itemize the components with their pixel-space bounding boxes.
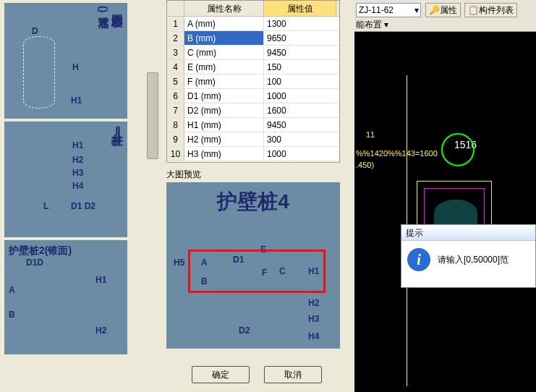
- row-num: 2: [167, 31, 184, 45]
- preview-label: 大图预览: [166, 169, 347, 181]
- thumbnails-scrollbar[interactable]: [146, 0, 159, 354]
- dim-h: H: [72, 62, 79, 72]
- dim-h3: H3: [72, 168, 83, 178]
- table-row[interactable]: 1A (mm)1300: [167, 17, 339, 31]
- col-head-num: [167, 1, 184, 16]
- layout-dropdown[interactable]: 能布置 ▾: [356, 19, 388, 32]
- dim-h2: H2: [308, 298, 319, 308]
- row-value[interactable]: 1000: [264, 89, 336, 103]
- row-name: A (mm): [184, 17, 264, 30]
- row-name: C (mm): [184, 46, 264, 59]
- table-row[interactable]: 6D1 (mm)1000: [167, 89, 339, 103]
- cad-label-11: 11: [366, 130, 375, 139]
- property-button[interactable]: 🔑属性: [425, 3, 461, 17]
- row-name: H3 (mm): [184, 147, 264, 161]
- row-num: 4: [167, 60, 184, 74]
- cad-viewport[interactable]: 11 1516 %%1420%%143=1600 .450) ZM1: [354, 32, 536, 392]
- row-value[interactable]: 9650: [264, 31, 336, 45]
- row-name: B (mm): [184, 31, 264, 45]
- dim-a: A: [9, 285, 15, 295]
- info-icon: i: [407, 248, 430, 271]
- dim-l: L: [43, 201, 48, 211]
- thumb-title: 井桩Ⅱ: [109, 124, 124, 138]
- template-thumbnails: 圆形桩 (球冠底) D H H1 井桩Ⅱ H1 H2 H3 H4 L D1 D2…: [0, 0, 159, 354]
- dim-d1d: D1D: [26, 257, 43, 268]
- table-row[interactable]: 8H1 (mm)9450: [167, 118, 339, 132]
- ok-button[interactable]: 确定: [192, 366, 250, 383]
- preview-title: 护壁桩4: [166, 188, 340, 216]
- table-row[interactable]: 4E (mm)150: [167, 60, 339, 74]
- row-value[interactable]: 1300: [264, 17, 336, 30]
- grid-body: 1A (mm)13002B (mm)96503C (mm)94504E (mm)…: [167, 17, 339, 161]
- row-value[interactable]: 1000: [264, 147, 336, 161]
- dim-h1: H1: [72, 140, 83, 150]
- dim-d1d2: D1 D2: [71, 201, 95, 211]
- row-num: 6: [167, 89, 184, 103]
- right-toolbar: ZJ-11-62 ▾ 🔑属性 📋构件列表 能布置 ▾: [354, 0, 536, 32]
- dim-h1: H1: [71, 95, 82, 106]
- row-value[interactable]: 9450: [264, 118, 336, 132]
- scroll-thumb[interactable]: [147, 72, 158, 159]
- message-dialog: 提示 i 请输入[0,50000]范: [401, 224, 536, 288]
- table-row[interactable]: 10H3 (mm)1000: [167, 147, 339, 161]
- component-list-button[interactable]: 📋构件列表: [464, 3, 517, 17]
- dim-h2: H2: [72, 155, 83, 165]
- row-value[interactable]: 1600: [264, 103, 336, 117]
- row-value[interactable]: 300: [264, 132, 336, 146]
- dim-b: B: [9, 310, 15, 320]
- cad-label-450: .450): [356, 161, 374, 169]
- thumb-subtitle: (球冠底): [97, 6, 110, 12]
- dialog-message: 请输入[0,50000]范: [438, 254, 509, 266]
- table-row[interactable]: 3C (mm)9450: [167, 46, 339, 60]
- dialog-title: 提示: [401, 225, 535, 241]
- col-head-value[interactable]: 属性值: [264, 1, 336, 16]
- table-row[interactable]: 5F (mm)100: [167, 74, 339, 89]
- row-num: 7: [167, 103, 184, 117]
- middle-panel: 属性名称 属性值 1A (mm)13002B (mm)96503C (mm)94…: [159, 0, 354, 392]
- dim-h2: H2: [95, 325, 106, 336]
- table-row[interactable]: 7D2 (mm)1600: [167, 103, 339, 118]
- row-name: F (mm): [184, 74, 264, 88]
- row-name: D2 (mm): [184, 103, 264, 117]
- dialog-buttons: 确定 取消: [159, 360, 354, 389]
- dim-h5: H5: [174, 257, 184, 268]
- row-name: E (mm): [184, 60, 264, 74]
- dim-h4: H4: [308, 331, 319, 341]
- cad-viewport-panel: ZJ-11-62 ▾ 🔑属性 📋构件列表 能布置 ▾ 11 1516 %%142…: [354, 0, 536, 392]
- row-value[interactable]: 150: [264, 60, 336, 74]
- thumb-jingzhuang2[interactable]: 井桩Ⅱ H1 H2 H3 H4 L D1 D2: [4, 122, 127, 237]
- dim-h1: H1: [95, 275, 106, 285]
- row-value[interactable]: 9450: [264, 46, 336, 59]
- dim-h3: H3: [308, 314, 319, 324]
- row-num: 3: [167, 46, 184, 59]
- cad-primitive-dome: [434, 200, 477, 226]
- thumb-title: 护壁桩2(锥面): [9, 244, 72, 257]
- highlight-box: [188, 250, 326, 293]
- list-icon: 📋: [468, 5, 479, 15]
- row-name: D1 (mm): [184, 89, 264, 103]
- row-num: 1: [167, 17, 184, 30]
- row-value[interactable]: 100: [264, 74, 336, 88]
- property-grid: 属性名称 属性值 1A (mm)13002B (mm)96503C (mm)94…: [166, 0, 340, 163]
- preview-pane: 护壁桩4 H5 A B D1 E F C H1 H2 H3 H4 D2: [166, 182, 340, 349]
- dim-d: D: [32, 26, 38, 36]
- row-num: 8: [167, 118, 184, 132]
- cad-circle-marker: [441, 133, 475, 166]
- thumb-hubizhuang2[interactable]: 护壁桩2(锥面) D1D A B H1 H2: [4, 240, 127, 354]
- table-row[interactable]: 2B (mm)9650: [167, 31, 339, 46]
- row-name: H2 (mm): [184, 132, 264, 146]
- combo-value: ZJ-11-62: [359, 5, 394, 15]
- list-label: 构件列表: [479, 5, 514, 15]
- cancel-button[interactable]: 取消: [264, 366, 322, 383]
- property-icon: 🔑: [429, 5, 440, 15]
- component-combo[interactable]: ZJ-11-62 ▾: [356, 3, 421, 17]
- cad-label-pct: %%1420%%143=1600: [356, 149, 438, 158]
- thumb-yuanxingzhuang[interactable]: 圆形桩 (球冠底) D H H1: [4, 3, 127, 119]
- table-row[interactable]: 9H2 (mm)300: [167, 132, 339, 147]
- row-num: 5: [167, 74, 184, 88]
- row-num: 10: [167, 147, 184, 161]
- property-label: 属性: [440, 5, 457, 15]
- col-head-name[interactable]: 属性名称: [184, 1, 264, 16]
- dim-d2: D2: [239, 325, 250, 336]
- row-name: H1 (mm): [184, 118, 264, 132]
